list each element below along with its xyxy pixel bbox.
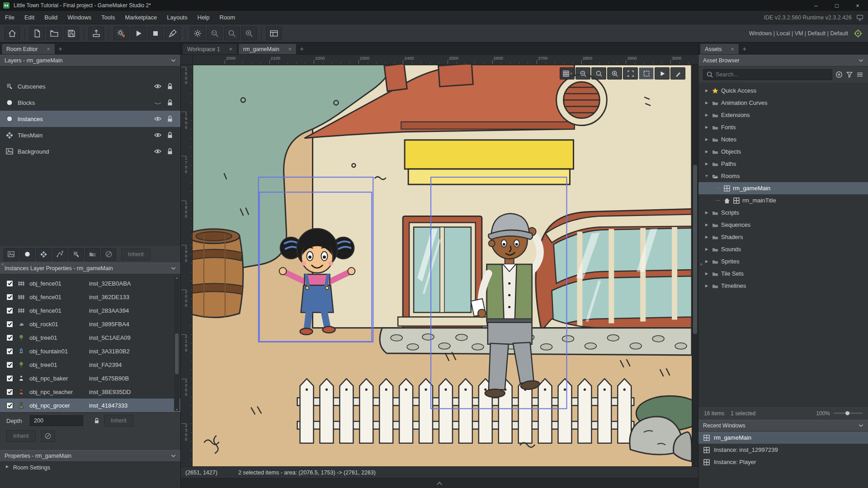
collapsed-arrow-icon[interactable]: ▶ bbox=[704, 125, 709, 129]
instance-row-inst-4575b90b[interactable]: obj_npc_bakerinst_4575B90B bbox=[0, 371, 180, 385]
visibility-eye-icon[interactable] bbox=[154, 131, 162, 139]
collapsed-arrow-icon[interactable]: ▶ bbox=[704, 89, 709, 93]
tree-item-shaders[interactable]: ▶Shaders bbox=[698, 231, 868, 243]
clear-inheritance-button[interactable] bbox=[41, 430, 55, 442]
collapsed-arrow-icon[interactable]: ▶ bbox=[704, 272, 709, 276]
instance-checkbox[interactable] bbox=[6, 361, 13, 368]
add-workspace-tab-button[interactable]: + bbox=[297, 44, 307, 53]
add-asset-layer-button[interactable] bbox=[69, 248, 84, 261]
instance-row-inst-3a31b0b2[interactable]: obj_fountain01inst_3A31B0B2 bbox=[0, 344, 180, 358]
instance-checkbox[interactable] bbox=[6, 402, 13, 409]
visibility-eye-icon[interactable] bbox=[154, 115, 162, 123]
tree-item-quick-access[interactable]: ▶Quick Access bbox=[698, 84, 868, 97]
instance-row-inst-3be935dd[interactable]: obj_npc_teacherinst_3BE935DD bbox=[0, 385, 180, 399]
zoom-slider[interactable] bbox=[834, 413, 863, 414]
tree-item-rooms[interactable]: ▼Rooms bbox=[698, 170, 868, 182]
menu-tools[interactable]: Tools bbox=[96, 11, 120, 24]
monitor-icon[interactable] bbox=[856, 14, 863, 21]
instance-row-inst-fa2394[interactable]: obj_tree01inst_FA2394 bbox=[0, 358, 180, 371]
add-layer-folder-button[interactable] bbox=[85, 248, 100, 261]
tab-assets[interactable]: Assets × bbox=[700, 43, 739, 54]
slider-thumb[interactable] bbox=[845, 411, 849, 415]
instance-checkbox[interactable] bbox=[6, 348, 13, 355]
lock-icon[interactable] bbox=[93, 417, 100, 424]
tab-rm-gamemain[interactable]: rm_gameMain × bbox=[238, 43, 297, 54]
tree-item-sounds[interactable]: ▶Sounds bbox=[698, 243, 868, 255]
instance-row-inst-32eb0aba[interactable]: obj_fence01inst_32EB0ABA bbox=[0, 277, 180, 290]
lock-icon[interactable] bbox=[166, 99, 174, 107]
inherit-button[interactable]: Inherit bbox=[6, 430, 36, 442]
recent-item-rm-gamemain[interactable]: rm_gameMain bbox=[698, 432, 868, 444]
instance-row-inst-3895fba4[interactable]: obj_rock01inst_3895FBA4 bbox=[0, 317, 180, 331]
minimize-button[interactable]: – bbox=[806, 0, 826, 11]
export-button[interactable] bbox=[89, 27, 104, 40]
instance-checkbox[interactable] bbox=[6, 334, 13, 341]
layer-row-cutscenes[interactable]: Cutscenes bbox=[0, 78, 180, 94]
zoom-in-button[interactable] bbox=[241, 27, 257, 40]
collapsed-arrow-icon[interactable]: ▶ bbox=[704, 247, 709, 251]
search-input[interactable] bbox=[716, 71, 829, 78]
zoom-reset-button[interactable] bbox=[591, 67, 606, 80]
delete-layer-button[interactable] bbox=[101, 248, 116, 261]
instance-checkbox[interactable] bbox=[6, 375, 13, 382]
menu-build[interactable]: Build bbox=[39, 11, 62, 24]
properties-header[interactable]: Properties - rm_gameMain bbox=[0, 450, 180, 462]
expanded-arrow-icon[interactable]: ▼ bbox=[704, 174, 709, 178]
instance-row-inst-41847333[interactable]: obj_npc_grocerinst_41847333 bbox=[0, 399, 180, 412]
vertical-scrollbar[interactable] bbox=[692, 65, 698, 466]
instance-checkbox[interactable] bbox=[6, 389, 13, 395]
windows-layout-button[interactable] bbox=[266, 27, 282, 40]
game-options-button[interactable] bbox=[113, 27, 129, 40]
save-project-button[interactable] bbox=[64, 27, 79, 40]
lock-icon[interactable] bbox=[166, 115, 174, 123]
run-room-button[interactable] bbox=[655, 67, 670, 80]
collapsed-arrow-icon[interactable]: ▶ bbox=[704, 162, 709, 166]
menu-icon[interactable] bbox=[856, 71, 863, 78]
collapsed-arrow-icon[interactable]: ▶ bbox=[704, 137, 709, 141]
depth-input[interactable] bbox=[30, 415, 83, 426]
open-project-button[interactable] bbox=[47, 27, 62, 40]
collapsed-arrow-icon[interactable]: ▶ bbox=[704, 211, 709, 215]
room-canvas[interactable]: ▾ bbox=[193, 65, 692, 466]
scrollbar-thumb[interactable] bbox=[693, 165, 697, 333]
layers-header[interactable]: Layers - rm_gameMain bbox=[0, 55, 180, 66]
collapsed-arrow-icon[interactable]: ▶ bbox=[704, 284, 709, 288]
paint-mode-button[interactable] bbox=[670, 67, 685, 80]
collapse-left-panel[interactable]: « bbox=[1, 261, 4, 267]
bottom-strip[interactable] bbox=[181, 478, 698, 488]
tree-item-tile-sets[interactable]: ▶Tile Sets bbox=[698, 267, 868, 280]
tree-item-fonts[interactable]: ▶Fonts bbox=[698, 121, 868, 133]
collapsed-arrow-icon[interactable]: ▶ bbox=[704, 235, 709, 239]
tree-item-paths[interactable]: ▶Paths bbox=[698, 158, 868, 170]
recent-windows-header[interactable]: Recent Windows bbox=[698, 420, 868, 432]
menu-edit[interactable]: Edit bbox=[19, 11, 39, 24]
add-tab-button[interactable]: + bbox=[56, 44, 65, 53]
layer-row-blocks[interactable]: Blocks bbox=[0, 94, 180, 111]
add-background-layer-button[interactable] bbox=[4, 248, 19, 261]
instance-row-inst-283aa394[interactable]: obj_fence01inst_283AA394 bbox=[0, 304, 180, 317]
collapsed-arrow-icon[interactable]: ▶ bbox=[704, 113, 709, 117]
tree-item-objects[interactable]: ▶Objects bbox=[698, 145, 868, 158]
menu-file[interactable]: File bbox=[0, 11, 19, 24]
add-asset-icon[interactable] bbox=[835, 71, 843, 78]
selection-tool-button[interactable] bbox=[639, 67, 654, 80]
instance-row-inst-362de133[interactable]: obj_fence01inst_362DE133 bbox=[0, 290, 180, 304]
collapsed-arrow-icon[interactable]: ▶ bbox=[704, 259, 709, 263]
instances-properties-header[interactable]: Instances Layer Properties - rm_gameMain bbox=[0, 263, 180, 274]
filter-icon[interactable] bbox=[846, 71, 853, 78]
lock-icon[interactable] bbox=[166, 147, 174, 155]
settings-button[interactable] bbox=[190, 27, 205, 40]
visibility-eye-icon[interactable] bbox=[154, 147, 162, 155]
close-icon[interactable]: × bbox=[229, 46, 232, 52]
zoom-reset-button[interactable] bbox=[224, 27, 240, 40]
collapse-right-panel[interactable]: » bbox=[700, 261, 703, 267]
tree-item-extensions[interactable]: ▶Extensions bbox=[698, 109, 868, 121]
layer-row-tilesmain[interactable]: TilesMain bbox=[0, 127, 180, 143]
instance-checkbox[interactable] bbox=[6, 321, 13, 328]
tree-item-notes[interactable]: ▶Notes bbox=[698, 133, 868, 145]
asset-browser-header[interactable]: Asset Browser bbox=[698, 55, 868, 66]
clean-button[interactable] bbox=[165, 27, 180, 40]
recent-item-instance-player[interactable]: Instance: Player bbox=[698, 456, 868, 468]
instance-checkbox[interactable] bbox=[6, 307, 13, 314]
close-button[interactable]: × bbox=[847, 0, 868, 11]
